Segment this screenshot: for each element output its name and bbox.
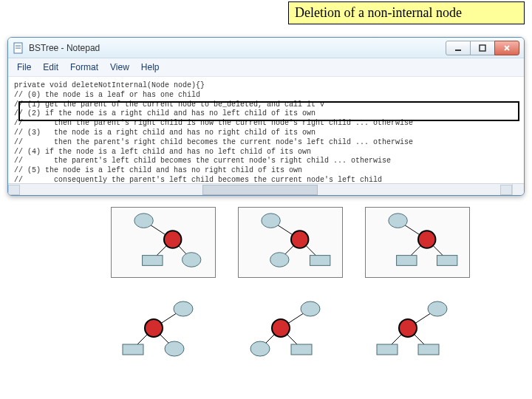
tree-diagram-3	[365, 207, 470, 278]
titlebar: BSTree - Notepad	[8, 38, 524, 58]
svg-point-35	[165, 341, 184, 356]
notepad-window: BSTree - Notepad File Edit Format View H…	[7, 37, 525, 196]
tree-diagram-4	[111, 296, 216, 366]
svg-rect-28	[437, 256, 457, 266]
menu-help[interactable]: Help	[137, 61, 164, 74]
svg-point-47	[399, 319, 417, 337]
svg-point-33	[145, 319, 163, 337]
menu-edit[interactable]: Edit	[38, 61, 63, 74]
menu-format[interactable]: Format	[66, 61, 103, 74]
svg-rect-5	[480, 45, 485, 51]
svg-rect-4	[455, 50, 461, 51]
svg-rect-48	[377, 344, 398, 355]
svg-rect-27	[397, 256, 417, 266]
svg-point-12	[164, 231, 182, 248]
tree-diagram-1	[111, 207, 216, 278]
menu-file[interactable]: File	[13, 61, 35, 74]
titlebar-text: BSTree - Notepad	[29, 43, 100, 53]
tree-row-1	[111, 207, 510, 278]
svg-point-20	[270, 253, 289, 267]
editor-body[interactable]: private void deleteNotInternal(Node node…	[8, 77, 524, 195]
scroll-track[interactable]	[20, 185, 500, 195]
svg-rect-42	[291, 344, 312, 355]
tree-diagram-5	[238, 296, 343, 366]
svg-point-39	[301, 301, 320, 316]
svg-rect-34	[123, 344, 143, 355]
svg-point-11	[134, 214, 153, 228]
svg-rect-21	[310, 256, 330, 266]
svg-point-14	[182, 253, 200, 267]
notepad-icon	[13, 42, 24, 54]
svg-point-19	[291, 231, 309, 248]
maximize-button[interactable]	[470, 41, 495, 55]
menubar: File Edit Format View Help	[8, 58, 524, 77]
scrollbar-horizontal[interactable]	[8, 183, 512, 195]
svg-point-32	[174, 301, 193, 316]
svg-point-40	[272, 319, 290, 337]
slide-title: Deletion of a non-internal node	[288, 1, 525, 24]
tree-diagram-6	[365, 296, 470, 366]
scroll-thumb[interactable]	[202, 185, 318, 195]
menu-view[interactable]: View	[106, 61, 134, 74]
svg-point-41	[250, 341, 270, 356]
svg-rect-49	[418, 344, 439, 355]
minimize-button[interactable]	[446, 41, 471, 55]
tree-row-2	[111, 296, 510, 366]
svg-rect-1	[16, 45, 21, 46]
editor-text[interactable]: private void deleteNotInternal(Node node…	[8, 77, 524, 195]
close-button[interactable]	[494, 41, 519, 55]
svg-point-46	[428, 301, 447, 316]
svg-point-18	[262, 214, 280, 228]
window-buttons	[446, 41, 519, 55]
svg-rect-13	[143, 256, 163, 266]
scroll-right-button[interactable]	[500, 185, 512, 195]
svg-point-26	[418, 231, 436, 248]
svg-rect-3	[16, 48, 21, 49]
svg-rect-2	[16, 47, 21, 47]
scroll-left-button[interactable]	[8, 185, 20, 195]
scrollbar-corner	[512, 183, 524, 195]
svg-point-25	[389, 214, 407, 228]
tree-diagram-2	[238, 207, 343, 278]
